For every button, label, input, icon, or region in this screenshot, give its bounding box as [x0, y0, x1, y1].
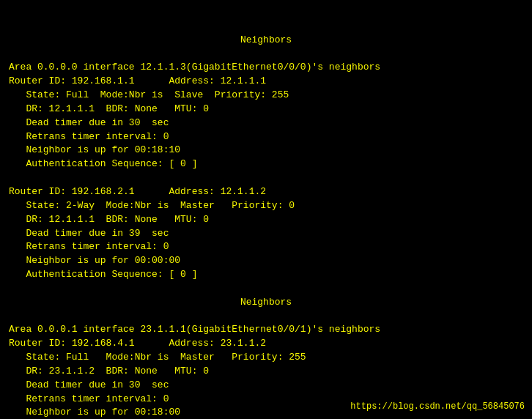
terminal-line: Router ID: 192.168.1.1 Address: 12.1.1.1 [9, 75, 523, 89]
terminal-line: State: 2-Way Mode:Nbr is Master Priority… [9, 199, 523, 213]
terminal-line: Dead timer due in 30 sec [9, 116, 523, 130]
terminal-line: DR: 12.1.1.1 BDR: None MTU: 0 [9, 213, 523, 227]
terminal-line: DR: 12.1.1.1 BDR: None MTU: 0 [9, 103, 523, 116]
blank-line [9, 48, 523, 62]
terminal-line: Authentication Sequence: [ 0 ] [9, 268, 523, 282]
terminal-line: Retrans timer interval: 0 [9, 240, 523, 254]
terminal-line: Router ID: 192.168.2.1 Address: 12.1.1.2 [9, 185, 523, 199]
terminal-line: State: Full Mode:Nbr is Slave Priority: … [9, 89, 523, 103]
terminal-line: Dead timer due in 39 sec [9, 227, 523, 241]
terminal-line: Neighbor is up for 00:00:00 [9, 254, 523, 268]
terminal-line: State: Full Mode:Nbr is Master Priority:… [9, 351, 523, 365]
blank-line [9, 282, 523, 296]
terminal-line: Area 0.0.0.0 interface 12.1.1.3(GigabitE… [9, 61, 523, 75]
blank-line [9, 171, 523, 185]
section-header: Neighbors [9, 34, 523, 48]
terminal-line: Router ID: 192.168.4.1 Address: 23.1.1.2 [9, 337, 523, 351]
blank-line [9, 310, 523, 324]
watermark: https://blog.csdn.net/qq_56845076 [350, 401, 525, 413]
terminal-line: Dead timer due in 30 sec [9, 379, 523, 393]
terminal-line: Retrans timer interval: 0 [9, 130, 523, 144]
terminal-line: Area 0.0.0.1 interface 23.1.1.1(GigabitE… [9, 323, 523, 337]
terminal-line: Authentication Sequence: [ 0 ] [9, 157, 523, 171]
terminal-output: Neighbors Area 0.0.0.0 interface 12.1.1.… [9, 6, 523, 419]
section-header: Neighbors [9, 296, 523, 310]
terminal-line: DR: 23.1.1.2 BDR: None MTU: 0 [9, 365, 523, 379]
terminal-line: Neighbor is up for 00:18:10 [9, 144, 523, 157]
